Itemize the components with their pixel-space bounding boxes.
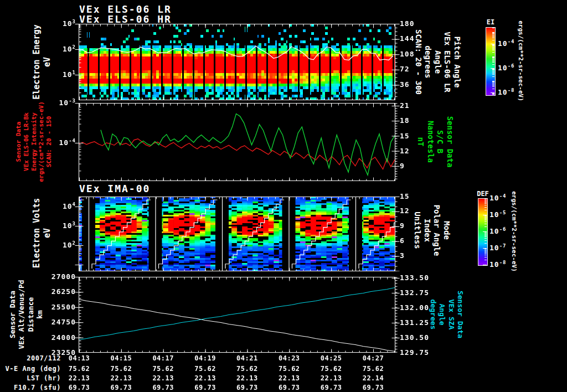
table-value: 69.73 (354, 384, 393, 391)
colorbar-minor-tick (492, 49, 494, 49)
colorbar-minor-tick (492, 28, 494, 28)
colorbar-minor-tick (492, 44, 494, 45)
colorbar-minor-tick (492, 72, 494, 73)
colorbar-minor-tick (484, 202, 487, 203)
colorbar-minor-tick (492, 81, 494, 82)
colorbar-minor-tick (484, 257, 487, 257)
left-axis-tick-label: 103 (37, 20, 76, 28)
colorbar-minor-tick (492, 83, 494, 84)
colorbar-tick-label: 10-5 (489, 211, 528, 219)
colorbar-minor-tick (484, 201, 487, 202)
colorbar-minor-tick (484, 216, 487, 217)
colorbar-minor-tick (492, 61, 494, 61)
colorbar-minor-tick (484, 219, 487, 219)
left-axis-tick-label: 27000 (37, 273, 76, 281)
colorbar-tick-label: 10-8 (498, 89, 537, 96)
time-tick-label: 04:19 (186, 354, 225, 362)
colorbar-minor-tick (492, 57, 494, 58)
colorbar-tick (483, 265, 487, 265)
right-axis-tick-label: 130.50 (400, 334, 439, 342)
table-value: 22.13 (312, 374, 350, 382)
colorbar-minor-tick (484, 250, 487, 250)
colorbar-minor-tick (492, 74, 494, 75)
right-axis-tick-label: 21 (400, 102, 439, 110)
left-axis-tick-label: 101 (37, 71, 76, 79)
colorbar-minor-tick (484, 199, 487, 199)
colorbar-minor-tick (484, 240, 487, 241)
colorbar-minor-tick (492, 48, 494, 48)
time-tick-label: 04:13 (60, 354, 99, 362)
time-tick-label: 04:25 (312, 354, 350, 362)
table-value: 22.14 (354, 374, 393, 382)
colorbar-minor-tick (484, 224, 487, 224)
colorbar-minor-tick (484, 251, 487, 251)
colorbar-minor-tick (484, 210, 487, 210)
colorbar-minor-tick (484, 253, 487, 254)
colorbar-minor-tick (492, 71, 494, 71)
colorbar-minor-tick (492, 81, 494, 81)
colorbar-minor-tick (484, 221, 487, 222)
table-value: 75.62 (228, 365, 266, 373)
colorbar-tick-label: 10-6 (498, 64, 537, 72)
right-axis-tick-label: 3 (400, 252, 439, 260)
colorbar-minor-tick (492, 82, 494, 82)
colorbar-minor-tick (484, 205, 487, 205)
right-axis-tick-label: 9 (400, 222, 439, 230)
colorbar-minor-tick (492, 52, 494, 53)
table-value: 22.13 (144, 374, 183, 382)
colorbar-minor-tick (484, 200, 487, 200)
colorbar-minor-tick (492, 33, 494, 33)
left-axis-tick-label: 25500 (37, 303, 76, 311)
right-axis-tick-label: 131.25 (400, 319, 439, 327)
colorbar-minor-tick (492, 93, 494, 94)
colorbar-minor-tick (492, 40, 494, 40)
table-value: 69.73 (312, 384, 350, 391)
colorbar-minor-tick (492, 50, 494, 50)
table-row-label: V-E Ang (deg) (0, 365, 61, 373)
colorbar-tick-label: 10-7 (489, 244, 528, 252)
table-value: 69.73 (228, 384, 266, 391)
colorbar-minor-tick (484, 215, 487, 216)
colorbar-minor-tick (492, 59, 494, 59)
table-value: 22.13 (270, 374, 308, 382)
colorbar-minor-tick (492, 69, 494, 70)
left-axis-tick-label: 24000 (37, 334, 76, 342)
colorbar-minor-tick (484, 203, 487, 204)
alt-sza-canvas (73, 277, 400, 353)
colorbar-minor-tick (484, 255, 487, 255)
right-axis-tick-label: 6 (400, 237, 439, 245)
right-axis-tick-label: 15 (400, 193, 439, 200)
colorbar2-title: DEF (475, 190, 491, 197)
colorbar-minor-tick (484, 220, 487, 220)
colorbar-minor-tick (492, 89, 494, 89)
colorbar-minor-tick (492, 94, 494, 95)
colorbar1-title: EI (486, 19, 496, 25)
right-axis-tick-label: 108 (400, 50, 439, 58)
left-axis-tick-label: 102 (37, 241, 76, 249)
colorbar-minor-tick (484, 207, 487, 208)
colorbar-minor-tick (492, 34, 494, 35)
colorbar-tick-label: 10-4 (498, 40, 537, 48)
right-axis-tick-label: 129.75 (400, 349, 439, 357)
table-value: 69.73 (60, 384, 99, 391)
colorbar-minor-tick (484, 252, 487, 252)
table-value: 75.62 (144, 365, 183, 373)
table-value: 75.62 (60, 365, 99, 373)
left-axis-tick-label: 102 (37, 45, 76, 53)
right-axis-tick-label: 133.50 (400, 274, 439, 282)
colorbar-minor-tick (492, 56, 494, 57)
colorbar-minor-tick (484, 260, 487, 260)
els-left-axis-title: Electron Energy eV (32, 24, 53, 99)
colorbar-minor-tick (492, 60, 494, 60)
table-value: 75.62 (270, 365, 308, 373)
left-axis-tick-label: 10-3 (37, 99, 76, 107)
colorbar-minor-tick (484, 249, 487, 249)
panel1-title-line2: VEx ELS-06 HR (79, 13, 172, 25)
colorbar-minor-tick (484, 236, 487, 237)
right-axis-tick-label: 72 (400, 65, 439, 73)
left-axis-tick-label: 26250 (37, 288, 76, 296)
left-axis-tick-label: 24750 (37, 318, 76, 326)
colorbar-minor-tick (492, 94, 494, 94)
table-value: 75.62 (102, 365, 141, 373)
colorbar-minor-tick (484, 233, 487, 234)
